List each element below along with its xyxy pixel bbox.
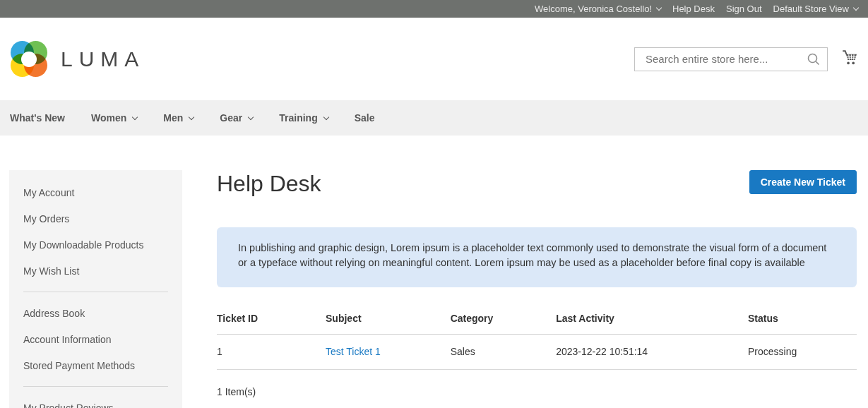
tickets-table: Ticket ID Subject Category Last Activity… xyxy=(217,308,857,370)
store-view-switcher[interactable]: Default Store View xyxy=(773,4,858,14)
content-area: My Account My Orders My Downloadable Pro… xyxy=(0,136,868,408)
nav-item-training[interactable]: Training xyxy=(279,112,328,124)
page-header: LUMA xyxy=(0,18,868,100)
col-header-category: Category xyxy=(451,308,556,335)
chevron-down-icon xyxy=(248,114,254,120)
sidebar-divider xyxy=(23,386,168,387)
main-navigation: What's New Women Men Gear Training Sale xyxy=(0,100,868,136)
cell-category: Sales xyxy=(451,335,556,370)
logo-text: LUMA xyxy=(61,47,145,71)
sidebar-item-my-downloadable-products[interactable]: My Downloadable Products xyxy=(23,239,168,251)
help-desk-main: Help Desk Create New Ticket In publishin… xyxy=(217,170,857,408)
store-view-label: Default Store View xyxy=(773,4,849,14)
luma-logo[interactable]: LUMA xyxy=(9,40,145,78)
col-header-subject: Subject xyxy=(326,308,451,335)
search-input[interactable] xyxy=(634,47,828,71)
search-icon[interactable] xyxy=(806,52,821,70)
chevron-down-icon xyxy=(189,114,194,120)
chevron-down-icon xyxy=(656,4,662,10)
nav-item-men[interactable]: Men xyxy=(163,112,194,124)
sidebar-item-my-account[interactable]: My Account xyxy=(23,187,168,198)
account-sidebar: My Account My Orders My Downloadable Pro… xyxy=(9,170,182,408)
sidebar-item-my-orders[interactable]: My Orders xyxy=(23,213,168,224)
sidebar-item-my-wish-list[interactable]: My Wish List xyxy=(23,265,168,277)
chevron-down-icon xyxy=(323,114,328,120)
create-new-ticket-button[interactable]: Create New Ticket xyxy=(749,170,857,194)
luma-logo-icon xyxy=(9,40,49,78)
sidebar-item-my-product-reviews[interactable]: My Product Reviews xyxy=(23,402,168,408)
top-bar: Welcome, Veronica Costello! Help Desk Si… xyxy=(0,0,868,18)
nav-item-gear[interactable]: Gear xyxy=(220,112,253,124)
topbar-link-help-desk[interactable]: Help Desk xyxy=(672,4,715,14)
sign-out-label: Sign Out xyxy=(726,4,762,14)
sign-out-link[interactable]: Sign Out xyxy=(726,4,762,14)
sidebar-item-stored-payment-methods[interactable]: Stored Payment Methods xyxy=(23,360,168,371)
ticket-subject-link[interactable]: Test Ticket 1 xyxy=(326,346,381,357)
cart-button[interactable] xyxy=(840,49,859,69)
chevron-down-icon xyxy=(132,114,138,120)
items-count: 1 Item(s) xyxy=(217,386,857,397)
cell-ticket-id: 1 xyxy=(217,335,326,370)
table-row: 1 Test Ticket 1 Sales 2023-12-22 10:51:1… xyxy=(217,335,857,370)
welcome-menu[interactable]: Welcome, Veronica Costello! xyxy=(535,4,661,14)
tickets-table-header-row: Ticket ID Subject Category Last Activity… xyxy=(217,308,857,335)
nav-item-whats-new[interactable]: What's New xyxy=(10,112,65,124)
shopping-cart-icon xyxy=(840,49,859,69)
nav-item-women[interactable]: Women xyxy=(91,112,137,124)
col-header-last-activity: Last Activity xyxy=(556,308,748,335)
cell-last-activity: 2023-12-22 10:51:14 xyxy=(556,335,748,370)
welcome-text: Welcome, Veronica Costello! xyxy=(535,4,652,14)
sidebar-item-account-information[interactable]: Account Information xyxy=(23,334,168,345)
col-header-status: Status xyxy=(748,308,857,335)
cell-status: Processing xyxy=(748,335,857,370)
sidebar-divider xyxy=(23,292,168,292)
col-header-ticket-id: Ticket ID xyxy=(217,308,326,335)
sidebar-item-address-book[interactable]: Address Book xyxy=(23,308,168,319)
page-title: Help Desk xyxy=(217,170,321,197)
help-desk-link-label: Help Desk xyxy=(672,4,715,14)
help-desk-notice: In publishing and graphic design, Lorem … xyxy=(217,227,857,287)
nav-item-sale[interactable]: Sale xyxy=(355,112,375,124)
search-box xyxy=(634,47,828,71)
chevron-down-icon xyxy=(853,4,859,10)
